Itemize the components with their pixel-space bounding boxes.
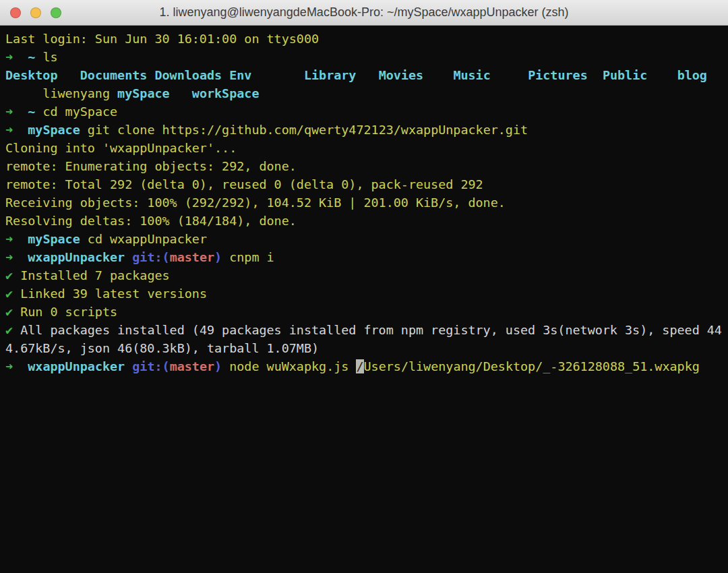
zoom-button[interactable] <box>51 7 61 18</box>
terminal-text-segment: ~ <box>28 50 35 64</box>
terminal-line: ➜ wxappUnpacker git:(master) cnpm i <box>5 248 724 266</box>
terminal-text-segment: ) <box>214 250 222 264</box>
terminal-text-segment: cnpm i <box>222 250 274 264</box>
terminal-text-segment: mySpace <box>28 232 80 246</box>
terminal-line: Desktop Documents Downloads Env Library … <box>5 66 724 84</box>
terminal-text-segment <box>222 68 229 82</box>
terminal-text-segment: ✔ <box>5 286 13 301</box>
terminal-line: ✔ Run 0 scripts <box>5 303 724 321</box>
terminal-text-segment: liwenyang <box>5 86 117 100</box>
terminal-line: ➜ ~ ls <box>5 48 724 66</box>
terminal-text-segment: ~ <box>28 104 35 119</box>
terminal-text-segment: ➜ <box>5 104 13 119</box>
terminal-text-segment <box>13 104 28 119</box>
terminal-text-segment: mySpace <box>28 123 80 137</box>
terminal-text-segment <box>147 68 154 82</box>
terminal-text-segment: ls <box>35 50 57 64</box>
terminal-line: Receiving objects: 100% (292/292), 104.5… <box>5 193 724 212</box>
terminal-text-segment <box>125 250 132 264</box>
terminal-text-segment: Users/liwenyang/Desktop/_-326128088_51.w… <box>364 359 700 373</box>
terminal-text-segment: All packages installed (49 packages inst… <box>13 323 722 337</box>
terminal-text-segment: wxappUnpacker <box>28 359 125 373</box>
terminal-line: Last login: Sun Jun 30 16:01:00 on ttys0… <box>5 30 724 48</box>
terminal-text-segment: master <box>170 250 214 264</box>
terminal-text-segment: Env <box>229 68 251 82</box>
terminal-cursor: / <box>356 359 363 373</box>
terminal-text-segment: Downloads <box>154 68 222 82</box>
terminal-text-segment: Receiving objects: 100% (292/292), 104.5… <box>5 195 506 210</box>
terminal-line: Cloning into 'wxappUnpacker'... <box>5 139 724 157</box>
terminal-line: ➜ mySpace git clone https://github.com/q… <box>5 121 724 139</box>
terminal-line: liwenyang mySpace workSpace <box>5 84 724 102</box>
terminal-text-segment <box>170 86 192 100</box>
minimize-button[interactable] <box>30 7 41 18</box>
terminal-text-segment: workSpace <box>192 86 260 100</box>
terminal-text-segment: Cloning into 'wxappUnpacker'... <box>5 141 237 155</box>
terminal-text-segment: ➜ <box>5 50 13 64</box>
terminal-text-segment: ➜ <box>5 359 13 373</box>
terminal-text-segment: Last login: Sun Jun 30 16:01:00 on ttys0… <box>5 32 319 46</box>
terminal-window: 1. liwenyang@liwenyangdeMacBook-Pro: ~/m… <box>0 0 728 573</box>
terminal-line: ✔ Linked 39 latest versions <box>5 284 724 303</box>
terminal-line: remote: Total 292 (delta 0), reused 0 (d… <box>5 175 724 193</box>
terminal-text-segment: Run 0 scripts <box>13 305 117 319</box>
terminal-screen[interactable]: Last login: Sun Jun 30 16:01:00 on ttys0… <box>0 26 728 573</box>
terminal-text-segment: node wuWxapkg.js <box>222 359 356 373</box>
terminal-text-segment: ✔ <box>5 323 13 337</box>
terminal-line: ➜ mySpace cd wxappUnpacker <box>5 230 724 248</box>
terminal-text-segment <box>491 68 528 82</box>
terminal-text-segment <box>647 68 677 82</box>
terminal-text-segment: ✔ <box>5 305 13 319</box>
terminal-text-segment: Library <box>304 68 357 82</box>
window-title: 1. liwenyang@liwenyangdeMacBook-Pro: ~/m… <box>159 5 568 20</box>
terminal-line: ➜ wxappUnpacker git:(master) node wuWxap… <box>5 357 724 375</box>
close-button[interactable] <box>10 7 21 18</box>
terminal-text-segment: mySpace <box>117 86 170 100</box>
terminal-text-segment <box>13 232 28 246</box>
terminal-text-segment <box>251 68 304 82</box>
terminal-text-segment: remote: Enumerating objects: 292, done. <box>5 159 297 173</box>
terminal-line: ✔ Installed 7 packages <box>5 266 724 284</box>
terminal-text-segment: Pictures <box>528 68 588 82</box>
terminal-text-segment: Documents <box>80 68 148 82</box>
terminal-text-segment: Movies <box>379 68 423 82</box>
terminal-text-segment <box>13 359 28 373</box>
terminal-text-segment: Linked 39 latest versions <box>13 286 207 301</box>
terminal-text-segment: Installed 7 packages <box>13 268 170 282</box>
terminal-text-segment: Public <box>603 68 647 82</box>
terminal-line: ➜ ~ cd mySpace <box>5 102 724 121</box>
terminal-text-segment <box>58 68 80 82</box>
terminal-text-segment: ✔ <box>5 268 13 282</box>
terminal-text-segment: Music <box>453 68 490 82</box>
terminal-text-segment: wxappUnpacker <box>28 250 125 264</box>
terminal-text-segment: cd wxappUnpacker <box>80 232 207 246</box>
terminal-text-segment: 4.67kB/s, json 46(80.3kB), tarball 1.07M… <box>5 341 319 355</box>
terminal-line: remote: Enumerating objects: 292, done. <box>5 157 724 175</box>
terminal-text-segment <box>356 68 378 82</box>
terminal-text-segment: ➜ <box>5 232 13 246</box>
terminal-text-segment: git:( <box>132 359 169 373</box>
terminal-text-segment <box>423 68 453 82</box>
terminal-text-segment: git clone https://github.com/qwerty47212… <box>80 123 528 137</box>
terminal-text-segment: git:( <box>132 250 169 264</box>
terminal-text-segment <box>13 250 28 264</box>
terminal-text-segment: master <box>170 359 214 373</box>
terminal-text-segment: remote: Total 292 (delta 0), reused 0 (d… <box>5 177 483 191</box>
terminal-text-segment <box>125 359 132 373</box>
terminal-text-segment: cd mySpace <box>35 104 117 119</box>
terminal-text-segment: ) <box>214 359 222 373</box>
terminal-text-segment: Resolving deltas: 100% (184/184), done. <box>5 214 297 228</box>
terminal-text-segment: ➜ <box>5 250 13 264</box>
terminal-text-segment <box>13 50 28 64</box>
terminal-text-segment: Desktop <box>5 68 58 82</box>
terminal-line: 4.67kB/s, json 46(80.3kB), tarball 1.07M… <box>5 339 724 357</box>
terminal-text-segment: ➜ <box>5 123 13 137</box>
terminal-text-segment <box>13 123 28 137</box>
terminal-text-segment: blog <box>677 68 707 82</box>
terminal-text-segment <box>588 68 603 82</box>
traffic-lights <box>10 0 61 26</box>
terminal-line: Resolving deltas: 100% (184/184), done. <box>5 212 724 230</box>
window-titlebar: 1. liwenyang@liwenyangdeMacBook-Pro: ~/m… <box>0 0 728 26</box>
terminal-line: ✔ All packages installed (49 packages in… <box>5 321 724 339</box>
